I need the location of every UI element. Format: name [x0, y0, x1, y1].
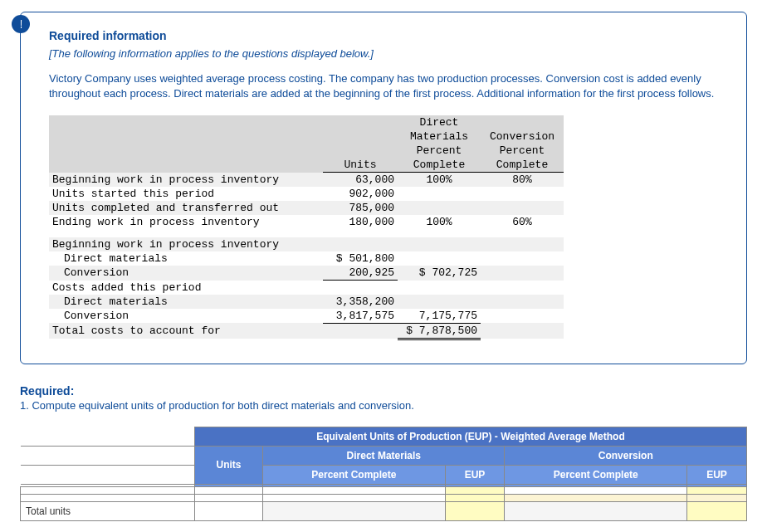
- cost-bwip-total: $ 702,725: [398, 266, 481, 281]
- cost-added-total: 7,175,775: [398, 309, 481, 324]
- ans-dm-eup-hdr: EUP: [445, 465, 505, 484]
- ans-total-dm-pc: [263, 501, 446, 520]
- ans-dm-pc-input[interactable]: [263, 486, 446, 494]
- hdr-dm-pc1: Percent: [398, 144, 481, 158]
- cost-added-dm-label: Direct materials: [49, 295, 323, 309]
- row-completed-units: 785,000: [323, 201, 398, 215]
- units-table: Direct Materials Conversion Percent Perc…: [49, 115, 564, 340]
- ans-cv-pc-input[interactable]: [505, 494, 687, 501]
- ans-title: Equivalent Units of Production (EUP) - W…: [195, 427, 747, 446]
- table-row: [21, 494, 747, 501]
- cost-grand-label: Total costs to account for: [49, 323, 323, 339]
- cost-bwip-label: Beginning work in process inventory: [49, 237, 323, 251]
- ans-total-dm-eup[interactable]: [445, 501, 505, 520]
- cost-bwip-dm-label: Direct materials: [49, 251, 323, 266]
- data-table-block: Direct Materials Conversion Percent Perc…: [49, 115, 728, 340]
- row-bwip-dm: 100%: [398, 173, 481, 188]
- answer-table: Equivalent Units of Production (EUP) - W…: [20, 427, 747, 521]
- ans-dm-pc-input[interactable]: [263, 494, 446, 501]
- required-label: Required:: [20, 384, 747, 398]
- cost-added-cv-label: Conversion: [49, 309, 323, 324]
- ans-units-input[interactable]: [195, 486, 263, 494]
- hdr-dm-pc2: Complete: [398, 158, 481, 173]
- row-started-label: Units started this period: [49, 187, 323, 201]
- row-ewip-label: Ending work in process inventory: [49, 215, 323, 229]
- table-row: [21, 486, 747, 494]
- hdr-dm-line1: Direct: [398, 115, 481, 129]
- cost-added-label: Costs added this period: [49, 281, 323, 295]
- cost-grand-total: $ 7,878,500: [398, 323, 481, 339]
- row-completed-label: Units completed and transferred out: [49, 201, 323, 215]
- ans-units-hdr: Units: [195, 446, 263, 484]
- ans-rowlabel-input[interactable]: [21, 486, 195, 494]
- required-heading: Required information: [49, 29, 728, 42]
- ans-total-cv-pc: [505, 501, 687, 520]
- required-text: 1. Compute equivalent units of productio…: [20, 399, 747, 412]
- hdr-units: Units: [323, 158, 398, 173]
- row-bwip-label: Beginning work in process inventory: [49, 173, 323, 188]
- cost-added-dm-amt: 3,358,200: [323, 295, 398, 309]
- ans-cv-eup-cell[interactable]: [687, 486, 747, 494]
- table-row-total: Total units: [21, 501, 747, 520]
- answer-table-wrap: Equivalent Units of Production (EUP) - W…: [20, 427, 747, 521]
- ans-conv-hdr: Conversion: [505, 446, 747, 465]
- row-started-units: 902,000: [323, 187, 398, 201]
- ans-cv-eup-cell[interactable]: [687, 494, 747, 501]
- scenario-text: Victory Company uses weighted average pr…: [49, 71, 728, 100]
- row-ewip-cv: 60%: [481, 215, 564, 229]
- hdr-conv-pc1: Percent: [481, 144, 564, 158]
- italic-note: [The following information applies to th…: [49, 47, 728, 60]
- row-bwip-units: 63,000: [323, 173, 398, 188]
- ans-cv-pc-hdr: Percent Complete: [505, 465, 687, 484]
- ans-total-units-cell[interactable]: [195, 501, 263, 520]
- ans-total-label: Total units: [21, 501, 195, 520]
- ans-units-input[interactable]: [195, 494, 263, 501]
- cost-bwip-dm-amt: $ 501,800: [323, 251, 398, 266]
- ans-dm-pc-hdr: Percent Complete: [263, 465, 446, 484]
- row-bwip-cv: 80%: [481, 173, 564, 188]
- ans-cv-pc-input[interactable]: [505, 486, 687, 494]
- cost-bwip-cv-label: Conversion: [49, 266, 323, 281]
- row-ewip-dm: 100%: [398, 215, 481, 229]
- ans-rowlabel-input[interactable]: [21, 494, 195, 501]
- hdr-dm-line2: Materials: [398, 129, 481, 144]
- cost-bwip-cv-amt: 200,925: [323, 266, 398, 281]
- page: ! Required information [The following in…: [0, 12, 767, 521]
- ans-dm-eup-cell[interactable]: [445, 486, 505, 494]
- hdr-conv-line1: Conversion: [481, 129, 564, 144]
- row-ewip-units: 180,000: [323, 215, 398, 229]
- ans-dm-eup-cell[interactable]: [445, 494, 505, 501]
- required-block: Required: 1. Compute equivalent units of…: [20, 384, 747, 412]
- ans-dm-hdr: Direct Materials: [263, 446, 505, 465]
- cost-added-cv-amt: 3,817,575: [323, 309, 398, 324]
- info-card: Required information [The following info…: [20, 12, 747, 364]
- hdr-conv-pc2: Complete: [481, 158, 564, 173]
- ans-cv-eup-hdr: EUP: [687, 465, 747, 484]
- ans-total-cv-eup[interactable]: [687, 501, 747, 520]
